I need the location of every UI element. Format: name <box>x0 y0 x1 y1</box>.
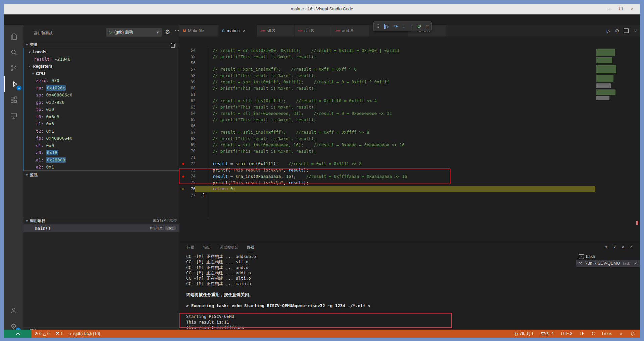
new-terminal-icon[interactable]: + <box>605 244 608 249</box>
notifications-bell-icon[interactable] <box>628 331 638 336</box>
close-icon[interactable]: × <box>243 28 246 33</box>
debug-settings-gear-icon[interactable]: ⚙ <box>165 28 170 36</box>
status-item[interactable]: 空格: 4 <box>538 331 556 337</box>
twistie-icon[interactable]: ∨ <box>29 50 33 54</box>
line-number: 60 <box>187 86 196 90</box>
variable-row[interactable]: t2:0x1 <box>24 128 179 135</box>
tab-main.c[interactable]: Cmain.c× <box>219 25 257 37</box>
variable-row[interactable]: a2:0x1 <box>24 163 179 171</box>
tab-and.S[interactable]: ASMand.S <box>332 25 370 37</box>
activity-item-run-and-debug[interactable]: 1 <box>4 76 24 92</box>
watch-section-header[interactable]: ∨ 监视 <box>23 171 179 178</box>
variable-row[interactable]: sp:0x408006c0 <box>24 91 179 99</box>
twistie-icon[interactable]: ∨ <box>29 65 33 68</box>
stop-icon[interactable]: □ <box>426 24 429 29</box>
minimap[interactable] <box>595 47 639 215</box>
title-bar: main.c - 16 - Visual Studio Code ─☐× <box>4 4 640 14</box>
activity-item-remote-explorer[interactable] <box>4 108 23 123</box>
close-panel-icon[interactable]: × <box>630 244 633 249</box>
status-item[interactable]: LF <box>577 331 587 336</box>
activity-item-source-control[interactable] <box>4 60 23 76</box>
debug-session-status[interactable]: ▷ (gdb) 启动 (16) <box>66 330 103 338</box>
status-item[interactable]: UTF-8 <box>558 331 575 336</box>
variables-tree[interactable]: ∨Localsresult:-21846∨Registers∨CPUzero:0… <box>23 48 179 171</box>
variable-value: 0x1 <box>46 129 54 134</box>
minimize-button[interactable]: ─ <box>604 4 615 14</box>
stack-frame-row[interactable]: main() main.c 76:1 <box>23 224 179 232</box>
step-into-icon[interactable]: ↓ <box>403 24 405 29</box>
twistie-icon[interactable]: ∨ <box>32 72 36 75</box>
breakpoint-icon[interactable]: ● <box>179 162 187 165</box>
activity-item-extensions[interactable] <box>4 92 23 108</box>
variable-row[interactable]: result:-21846 <box>24 56 179 63</box>
panel-tab-输出[interactable]: 输出 <box>203 245 211 252</box>
variable-row[interactable]: tp:0x0 <box>24 106 179 113</box>
variable-row[interactable]: t0:0x3e8 <box>24 113 179 121</box>
close-button[interactable]: × <box>627 4 638 14</box>
variable-value: 0x18 <box>46 150 58 155</box>
tab-Makefile[interactable]: MMakefile <box>179 25 219 37</box>
scope-label: Locals <box>33 49 46 54</box>
variable-row[interactable]: zero:0x0 <box>24 77 179 84</box>
variable-value: 0x0 <box>46 143 54 148</box>
status-item[interactable]: 行 76, 列 1 <box>512 331 537 337</box>
tasks-status[interactable]: ⚒ 1 <box>53 330 66 338</box>
status-item[interactable]: Linux <box>599 331 615 336</box>
step-over-icon[interactable]: ↷ <box>394 24 398 29</box>
minimap-mark <box>596 89 615 95</box>
variable-value: 0x1 <box>46 164 54 169</box>
settings-gear-icon[interactable]: ⚙ <box>615 28 619 33</box>
tools-icon: ⚒ <box>579 261 583 266</box>
watch-section-label: 监视 <box>30 173 38 178</box>
feedback-icon[interactable]: ☺ <box>616 331 626 336</box>
call-stack-section-header[interactable]: ∨ 调用堆栈 因 STEP 已暂停 <box>23 217 179 224</box>
maximize-panel-icon[interactable]: ∧ <box>622 244 625 249</box>
variables-section-header[interactable]: ∨ 变量 <box>23 41 179 48</box>
variable-row[interactable]: ∨CPU <box>24 70 179 77</box>
continue-icon[interactable]: ▷ <box>384 24 389 29</box>
terminal-dropdown-icon[interactable]: ∨ <box>613 244 616 249</box>
breakpoints-section-header[interactable]: ∨ 断点 <box>23 327 179 330</box>
variable-row[interactable]: fp:0x408006e0 <box>24 135 179 142</box>
variable-row[interactable]: a1:0x28008 <box>24 156 179 164</box>
panel-tab-终端[interactable]: 终端 <box>247 245 255 252</box>
panel-tab-问题[interactable]: 问题 <box>187 245 194 252</box>
maximize-button[interactable]: ☐ <box>615 4 627 14</box>
panel-tab-调试控制台[interactable]: 调试控制台 <box>220 245 238 252</box>
restart-icon[interactable]: ↺ <box>417 24 421 29</box>
problems-status[interactable]: ⊘ 0 △ 0 <box>32 330 53 338</box>
variable-name: fp: <box>36 136 44 141</box>
window-title: main.c - 16 - Visual Studio Code <box>4 4 640 14</box>
remote-indicator[interactable]: >< <box>4 330 32 338</box>
debug-config-dropdown[interactable]: ▷ (gdb) 启动 ∨ <box>106 28 162 37</box>
more-actions-icon[interactable]: ⋯ <box>174 27 179 33</box>
chevron-down-icon[interactable]: ∨ <box>154 30 162 34</box>
split-editor-icon[interactable] <box>624 28 629 33</box>
terminal-list-item-Run RISCV-QEMU[interactable]: ⚒Run RISCV-QEMUTask✓ <box>576 260 640 267</box>
variable-row[interactable]: a0:0x18 <box>24 149 179 156</box>
activity-item-account[interactable] <box>4 302 23 318</box>
activity-item-explorer[interactable] <box>4 29 23 45</box>
file-type-icon: ASM <box>298 30 302 32</box>
more-actions-icon[interactable]: ⋯ <box>633 28 638 33</box>
variable-value: 0x3e8 <box>46 114 59 119</box>
open-panel-icon[interactable] <box>171 43 175 47</box>
tab-sll.S[interactable]: ASMsll.S <box>257 25 294 37</box>
start-debug-icon[interactable]: ▷ <box>106 30 114 35</box>
variable-row[interactable]: t1:0x3 <box>24 120 179 128</box>
variable-row[interactable]: ∨Registers <box>24 63 179 70</box>
step-out-icon[interactable]: ↑ <box>410 24 412 29</box>
variable-row[interactable]: s1:0x0 <box>24 142 179 149</box>
variable-row[interactable]: ra:0x1026c <box>24 84 179 92</box>
variable-row[interactable]: ∨Locals <box>24 48 179 56</box>
status-item[interactable]: C <box>589 331 598 336</box>
activity-item-search[interactable] <box>4 45 23 60</box>
panel-tab-bar: 问题输出调试控制台终端 <box>187 245 255 252</box>
account-icon <box>10 306 18 314</box>
run-or-debug-icon[interactable]: ▷ <box>607 28 610 33</box>
tab-slti.S[interactable]: ASMslti.S <box>294 25 332 37</box>
terminal-list-item-bash[interactable]: >bash <box>576 253 640 260</box>
window-controls: ─☐× <box>604 4 638 14</box>
activity-bar: 1⚙1 <box>4 25 23 330</box>
variable-row[interactable]: gp:0x27920 <box>24 99 179 106</box>
